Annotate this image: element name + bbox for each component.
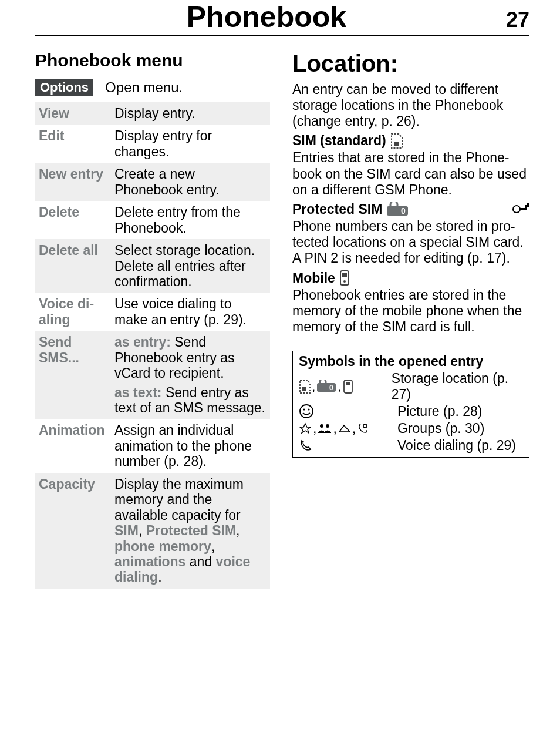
menu-key: Capacity <box>35 473 111 589</box>
menu-key: Send SMS... <box>35 331 111 419</box>
mobile-heading: Mobile <box>292 270 529 286</box>
sim-standard-heading: SIM (standard) <box>292 133 529 149</box>
svg-point-16 <box>303 408 305 410</box>
svg-point-15 <box>300 405 313 418</box>
svg-point-19 <box>326 424 329 428</box>
symbols-box: Symbols in the opened entry , 0, Storage… <box>292 351 529 458</box>
table-row: EditDisplay entry for changes. <box>35 125 270 163</box>
svg-text:0: 0 <box>329 384 333 392</box>
table-row: ViewDisplay entry. <box>35 102 270 125</box>
menu-value: Display entry. <box>111 102 270 125</box>
svg-point-9 <box>343 280 346 283</box>
menu-value: Delete entry from the Phone­book. <box>111 201 270 239</box>
lock-sim-icon: 0 <box>386 202 409 217</box>
protected-sim-text: Phone numbers can be stored in pro­tecte… <box>292 219 529 266</box>
menu-value: Select storage location. Delete all entr… <box>111 239 270 293</box>
symbol-text: Picture (p. 28) <box>397 404 482 419</box>
svg-point-17 <box>308 408 309 410</box>
menu-key: View <box>35 102 111 125</box>
symbols-title: Symbols in the opened entry <box>293 351 529 371</box>
page-number: 27 <box>498 8 529 32</box>
menu-value: Use voice dialing to make an entry (p. 2… <box>111 293 270 331</box>
sim-standard-text: Entries that are stored in the Phone­boo… <box>292 150 529 197</box>
symbol-row: Voice dialing (p. 29) <box>293 438 529 457</box>
menu-table: ViewDisplay entry. EditDisplay entry for… <box>35 102 270 589</box>
menu-key: Voice di­aling <box>35 293 111 331</box>
menu-value: Display entry for changes. <box>111 125 270 163</box>
sim-card-icon <box>390 133 403 149</box>
svg-rect-14 <box>346 382 350 385</box>
table-row: Delete allSelect storage location. Delet… <box>35 239 270 293</box>
svg-point-21 <box>363 424 367 428</box>
symbol-row: Picture (p. 28) <box>293 404 529 421</box>
menu-key: New entry <box>35 163 111 201</box>
symbol-text: Groups (p. 30) <box>397 421 484 437</box>
groups-icons: , , , <box>299 421 397 437</box>
location-intro: An entry can be moved to different stora… <box>292 82 529 129</box>
page-title: Phonebook <box>35 0 498 34</box>
menu-key: Delete all <box>35 239 111 293</box>
menu-value: Create a new Phonebook entry. <box>111 163 270 201</box>
options-button[interactable]: Options <box>35 79 93 96</box>
voice-dialing-icon <box>299 438 397 452</box>
symbol-text: Storage location (p. 27) <box>392 371 523 402</box>
smile-icon <box>299 404 397 419</box>
protected-sim-heading: Protected SIM 0 <box>292 202 529 217</box>
symbol-text: Voice dialing (p. 29) <box>397 438 516 454</box>
mobile-text: Phonebook entries are stored in the memo… <box>292 287 529 335</box>
svg-rect-10 <box>302 387 306 391</box>
svg-point-3 <box>513 206 520 213</box>
svg-text:0: 0 <box>401 206 406 216</box>
svg-point-18 <box>320 424 323 428</box>
menu-value: as entry: Send Phonebook entry as vCard … <box>111 331 270 419</box>
menu-value: Assign an individual animation to the ph… <box>111 419 270 472</box>
table-row: Send SMS... as entry: Send Phonebook ent… <box>35 331 270 419</box>
options-description: Open menu. <box>105 79 183 96</box>
menu-key: Delete <box>35 201 111 239</box>
page-header: Phonebook 27 <box>35 0 529 36</box>
table-row: Voice di­alingUse voice dialing to make … <box>35 293 270 331</box>
svg-rect-0 <box>394 142 399 146</box>
location-heading: Location: <box>292 51 529 77</box>
menu-key: Anima­tion <box>35 419 111 472</box>
symbol-row: , 0, Storage location (p. 27) <box>293 371 529 404</box>
svg-rect-5 <box>525 205 527 210</box>
menu-value: Display the maximum memory and the avail… <box>111 473 270 589</box>
table-row: Anima­tionAssign an individual animation… <box>35 419 270 472</box>
svg-rect-8 <box>342 273 347 277</box>
table-row: Capacity Display the maximum memory and … <box>35 473 270 589</box>
storage-location-icons: , 0, <box>299 378 392 394</box>
table-row: DeleteDelete entry from the Phone­book. <box>35 201 270 239</box>
svg-rect-6 <box>527 203 529 207</box>
mobile-phone-icon <box>339 270 350 286</box>
symbol-row: , , , Groups (p. 30) <box>293 421 529 438</box>
phonebook-menu-heading: Phonebook menu <box>35 51 270 70</box>
menu-key: Edit <box>35 125 111 163</box>
table-row: New entryCreate a new Phonebook entry. <box>35 163 270 201</box>
key-required-icon <box>512 202 529 217</box>
